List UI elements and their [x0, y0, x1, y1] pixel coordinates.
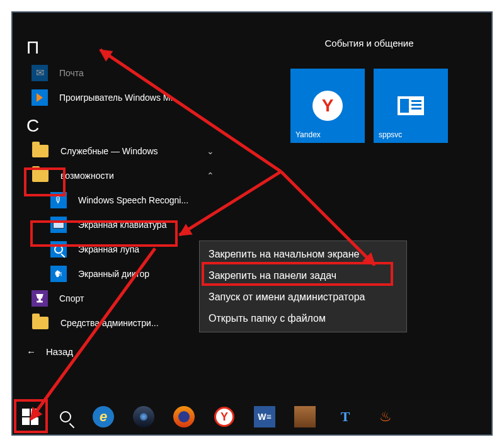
- ctx-pin-to-taskbar[interactable]: Закрепить на панели задач: [200, 265, 406, 286]
- firefox-icon: [173, 406, 195, 427]
- app-sport[interactable]: Спорт: [13, 286, 214, 310]
- chevron-down-icon: ⌄: [207, 146, 214, 156]
- ctx-run-as-admin[interactable]: Запуск от имени администратора: [200, 286, 406, 308]
- taskbar-word[interactable]: W≡: [247, 399, 282, 434]
- app-magnifier[interactable]: Экранная лупа: [13, 237, 214, 261]
- app-ease-of-access[interactable]: возможности ⌃: [13, 163, 214, 188]
- news-icon: [398, 96, 424, 115]
- app-label: Служебные — Windows: [60, 146, 202, 156]
- back-arrow-icon: ←: [26, 346, 36, 357]
- app-label: Windows Speech Recogni...: [78, 195, 214, 205]
- t-letter-icon: T: [335, 406, 356, 427]
- trophy-icon: [32, 290, 48, 307]
- flame-icon: ♨: [375, 406, 396, 427]
- app-speech-recognition[interactable]: 🎙 Windows Speech Recogni...: [13, 188, 214, 212]
- app-label: Проигрыватель Windows M...: [59, 93, 214, 103]
- context-menu: Закрепить на начальном экране Закрепить …: [199, 240, 407, 332]
- globe-browser-icon: [133, 406, 154, 427]
- app-label: Экранный диктор: [78, 269, 214, 279]
- windows-logo-icon: [22, 409, 38, 425]
- search-icon: [60, 411, 71, 422]
- app-admin-tools[interactable]: Средства администри... ⌄: [13, 310, 214, 335]
- microphone-icon: 🎙: [50, 192, 67, 208]
- taskbar: e Y W≡ T ♨: [13, 399, 491, 434]
- tile-label: sppsvc: [379, 130, 402, 139]
- app-label: Экранная лупа: [78, 244, 214, 254]
- taskbar-yandex[interactable]: Y: [207, 399, 242, 434]
- app-label: Экранная клавиатура: [78, 220, 214, 230]
- app-mail[interactable]: ✉ Почта: [13, 60, 214, 85]
- taskbar-item-8[interactable]: ♨: [368, 399, 403, 434]
- app-label: Спорт: [59, 293, 214, 303]
- narrator-icon: 🗣: [50, 266, 67, 282]
- back-button[interactable]: ← Назад: [13, 339, 214, 364]
- tiles-panel: События и общение Y Yandex sppsvc: [262, 13, 476, 143]
- folder-icon: [32, 314, 49, 332]
- app-label: Почта: [59, 68, 214, 78]
- yandex-icon: Y: [312, 91, 343, 121]
- internet-explorer-icon: e: [93, 406, 114, 427]
- app-on-screen-keyboard[interactable]: Экранная клавиатура: [13, 212, 214, 237]
- folder-icon: [32, 167, 49, 184]
- apps-list: П ✉ Почта Проигрыватель Windows M... С С…: [13, 13, 214, 364]
- taskbar-item-7[interactable]: T: [328, 399, 363, 434]
- magnifier-icon: [50, 241, 67, 257]
- taskbar-ie[interactable]: e: [86, 399, 121, 434]
- ctx-pin-to-start[interactable]: Закрепить на начальном экране: [200, 244, 406, 265]
- section-letter-c[interactable]: С: [26, 116, 214, 136]
- word-icon: W≡: [254, 406, 275, 427]
- chevron-up-icon: ⌃: [207, 171, 214, 181]
- tile-sppsvc[interactable]: sppsvc: [374, 69, 448, 143]
- folder-icon: [32, 142, 49, 160]
- back-label: Назад: [46, 346, 73, 357]
- keyboard-icon: [50, 217, 67, 233]
- app-label: Средства администри...: [60, 318, 202, 328]
- start-menu: П ✉ Почта Проигрыватель Windows M... С С…: [13, 13, 491, 402]
- taskbar-firefox[interactable]: [166, 399, 202, 434]
- taskbar-item-6[interactable]: [287, 399, 323, 434]
- taskbar-srware[interactable]: [126, 399, 161, 434]
- media-player-icon: [32, 89, 48, 106]
- app-wmp[interactable]: Проигрыватель Windows M...: [13, 85, 214, 110]
- yandex-icon: Y: [214, 407, 234, 427]
- tile-yandex[interactable]: Y Yandex: [290, 69, 365, 143]
- search-button[interactable]: [48, 399, 83, 434]
- tile-label: Yandex: [295, 130, 321, 139]
- ctx-open-file-location[interactable]: Открыть папку с файлом: [200, 308, 406, 329]
- app-label: возможности: [60, 171, 202, 181]
- package-icon: [294, 406, 316, 427]
- tile-group-title[interactable]: События и общение: [262, 38, 476, 48]
- app-windows-utilities[interactable]: Служебные — Windows ⌄: [13, 139, 214, 163]
- start-button[interactable]: [13, 399, 48, 434]
- app-narrator[interactable]: 🗣 Экранный диктор: [13, 261, 214, 286]
- section-letter-p[interactable]: П: [26, 38, 214, 58]
- mail-icon: ✉: [32, 65, 48, 81]
